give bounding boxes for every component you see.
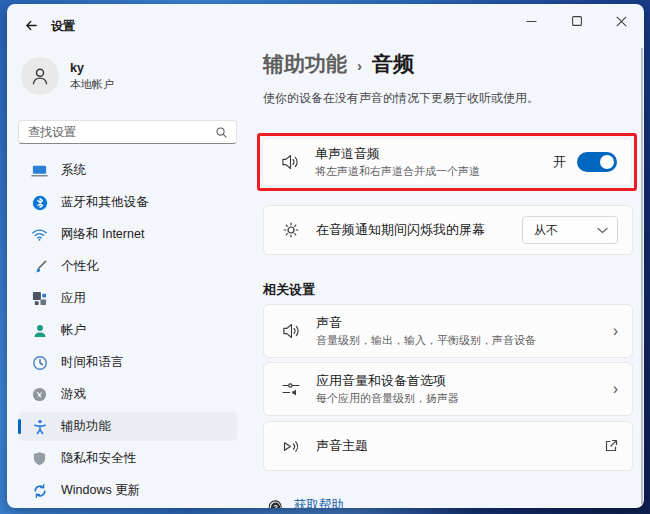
bluetooth-icon bbox=[31, 194, 48, 211]
flash-screen-label: 在音频通知期间闪烁我的屏幕 bbox=[316, 222, 507, 238]
speaker-icon bbox=[280, 154, 300, 170]
accounts-icon bbox=[31, 322, 48, 339]
sidebar-item-accounts[interactable]: 帐户 bbox=[18, 316, 237, 345]
card-subtitle: 每个应用的音量级别，扬声器 bbox=[316, 392, 598, 405]
back-arrow-icon bbox=[24, 18, 39, 33]
page-title: 音频 bbox=[372, 50, 414, 78]
red-annotation-box: 单声道音频 将左声道和右声道合并成一个声道 开 bbox=[257, 133, 637, 191]
mono-audio-toggle[interactable] bbox=[577, 152, 617, 172]
time-language-icon bbox=[31, 354, 48, 371]
page-description: 使你的设备在没有声音的情况下更易于收听或使用。 bbox=[263, 90, 633, 104]
sidebar-item-label: 个性化 bbox=[61, 258, 99, 275]
gaming-icon bbox=[31, 386, 48, 403]
sound-settings-link[interactable]: 声音 音量级别，输出，输入，平衡级别，声音设备 › bbox=[263, 304, 633, 358]
flash-screen-card: 在音频通知期间闪烁我的屏幕 从不 bbox=[263, 205, 633, 255]
breadcrumb-parent[interactable]: 辅助功能 bbox=[263, 50, 347, 78]
personalization-icon bbox=[31, 258, 48, 275]
search-icon bbox=[215, 126, 228, 139]
user-name: ky bbox=[70, 61, 114, 76]
card-title: 声音 bbox=[316, 315, 598, 331]
sidebar-item-privacy[interactable]: 隐私和安全性 bbox=[18, 444, 237, 473]
sidebar-item-apps[interactable]: 应用 bbox=[18, 284, 237, 313]
system-icon bbox=[31, 162, 48, 179]
dropdown-selected-value: 从不 bbox=[534, 222, 597, 239]
selection-indicator bbox=[18, 419, 21, 434]
minimize-button[interactable] bbox=[509, 4, 554, 38]
sidebar-item-label: 蓝牙和其他设备 bbox=[61, 194, 149, 211]
mono-audio-card[interactable]: 单声道音频 将左声道和右声道合并成一个声道 开 bbox=[262, 138, 632, 186]
apps-icon bbox=[31, 290, 48, 307]
accessibility-icon bbox=[31, 418, 48, 435]
sidebar-item-personalization[interactable]: 个性化 bbox=[18, 252, 237, 281]
sidebar-item-label: 辅助功能 bbox=[61, 418, 111, 435]
sidebar-item-network[interactable]: 网络和 Internet bbox=[18, 220, 237, 249]
user-profile[interactable]: ky 本地帐户 bbox=[18, 48, 237, 98]
sidebar-item-label: 网络和 Internet bbox=[61, 226, 144, 243]
sidebar-item-gaming[interactable]: 游戏 bbox=[18, 380, 237, 409]
sidebar-item-bluetooth[interactable]: 蓝牙和其他设备 bbox=[18, 188, 237, 217]
sound-theme-link[interactable]: 声音主题 bbox=[263, 421, 633, 471]
sound-theme-icon bbox=[281, 439, 301, 454]
account-type: 本地帐户 bbox=[70, 77, 114, 92]
sidebar-item-time-language[interactable]: 时间和语言 bbox=[18, 348, 237, 377]
maximize-button[interactable] bbox=[554, 4, 599, 38]
speaker-icon bbox=[281, 323, 301, 339]
search-placeholder: 查找设置 bbox=[28, 124, 215, 141]
related-settings-header: 相关设置 bbox=[263, 281, 633, 299]
main-content: 辅助功能 › 音频 使你的设备在没有声音的情况下更易于收听或使用。 单声道音频 … bbox=[263, 44, 633, 508]
settings-window: 设置 ky 本地帐户 bbox=[7, 4, 644, 508]
chevron-right-icon: › bbox=[613, 323, 618, 339]
card-title: 声音主题 bbox=[316, 438, 589, 454]
app-title: 设置 bbox=[51, 18, 75, 35]
app-volume-link[interactable]: 应用音量和设备首选项 每个应用的音量级别，扬声器 › bbox=[263, 362, 633, 416]
sidebar-item-label: Windows 更新 bbox=[61, 482, 140, 499]
search-input[interactable]: 查找设置 bbox=[18, 120, 237, 144]
sidebar-item-label: 隐私和安全性 bbox=[61, 450, 136, 467]
get-help-link[interactable]: 获取帮助 bbox=[294, 497, 344, 508]
svg-text:?: ? bbox=[273, 502, 278, 508]
avatar bbox=[21, 57, 59, 95]
titlebar: 设置 bbox=[7, 4, 644, 44]
breadcrumb-separator: › bbox=[357, 57, 362, 74]
mono-audio-title: 单声道音频 bbox=[315, 146, 538, 162]
sidebar-item-accessibility[interactable]: 辅助功能 bbox=[18, 412, 237, 441]
sidebar-item-label: 系统 bbox=[61, 162, 86, 179]
sidebar-item-label: 游戏 bbox=[61, 386, 86, 403]
card-title: 应用音量和设备首选项 bbox=[316, 373, 598, 389]
network-icon bbox=[31, 226, 48, 243]
sidebar-item-label: 应用 bbox=[61, 290, 86, 307]
help-footer: ? 获取帮助 bbox=[263, 497, 633, 508]
volume-mixer-icon bbox=[281, 381, 301, 397]
close-button[interactable] bbox=[599, 4, 644, 38]
scrollbar[interactable] bbox=[641, 48, 643, 504]
flash-screen-dropdown[interactable]: 从不 bbox=[522, 216, 618, 244]
sidebar-item-system[interactable]: 系统 bbox=[18, 156, 237, 185]
flash-screen-icon bbox=[281, 221, 301, 239]
help-icon: ? bbox=[267, 498, 283, 509]
chevron-right-icon: › bbox=[613, 381, 618, 397]
chevron-down-icon bbox=[597, 227, 608, 234]
sidebar-item-label: 帐户 bbox=[61, 322, 86, 339]
privacy-icon bbox=[31, 450, 48, 467]
sidebar-item-windows-update[interactable]: Windows 更新 bbox=[18, 476, 237, 505]
breadcrumb: 辅助功能 › 音频 bbox=[263, 50, 633, 78]
card-subtitle: 音量级别，输出，输入，平衡级别，声音设备 bbox=[316, 334, 598, 347]
external-link-icon bbox=[604, 439, 618, 453]
back-button[interactable] bbox=[20, 14, 42, 36]
toggle-knob bbox=[600, 155, 614, 169]
sidebar-nav: 系统 蓝牙和其他设备 网络和 Internet bbox=[18, 156, 237, 505]
sidebar: ky 本地帐户 查找设置 系统 bbox=[18, 48, 237, 505]
toggle-state-label: 开 bbox=[553, 153, 566, 171]
sidebar-item-label: 时间和语言 bbox=[61, 354, 124, 371]
windows-update-icon bbox=[31, 482, 48, 499]
mono-audio-subtitle: 将左声道和右声道合并成一个声道 bbox=[315, 165, 538, 178]
